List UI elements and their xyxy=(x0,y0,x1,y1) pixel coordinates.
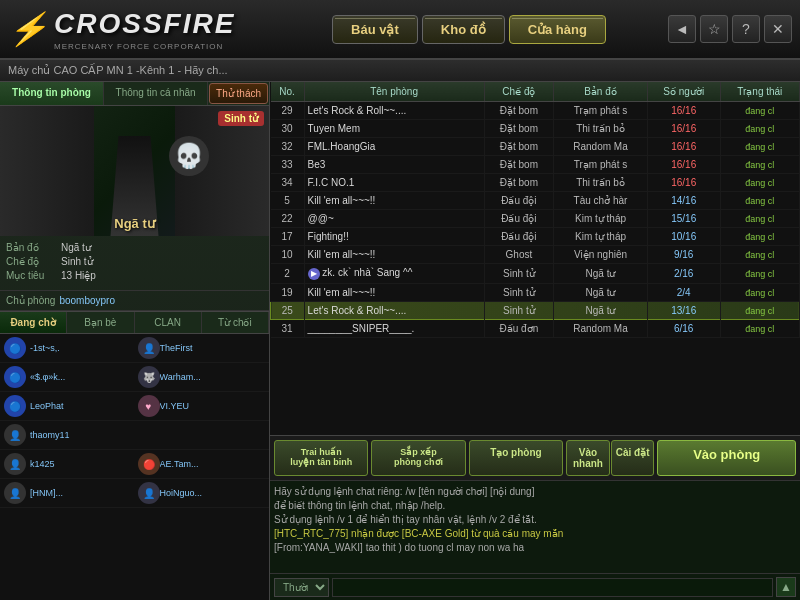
action-buttons: Trai huấn luyện tân binh Sắp xếp phòng c… xyxy=(270,435,800,480)
tab-kho-do[interactable]: Kho đồ xyxy=(422,15,505,44)
info-label-map: Bản đồ xyxy=(6,242,61,253)
quick-join-button[interactable]: Vào nhanh xyxy=(566,440,610,476)
join-room-button[interactable]: Vào phòng xyxy=(657,440,796,476)
table-row[interactable]: 34 F.I.C NO.1 Đặt bom Thi trấn bỏ 16/16 … xyxy=(271,174,800,192)
train-button[interactable]: Trai huấn luyện tân binh xyxy=(274,440,368,476)
tab-declined[interactable]: Từ chối xyxy=(202,312,269,333)
table-row[interactable]: 5 Kill 'em all~~~!! Đấu đội Tàu chở hàr … xyxy=(271,192,800,210)
cell-no: 2 xyxy=(271,264,305,284)
cell-status: đang cl xyxy=(720,138,799,156)
tab-friends[interactable]: Bạn bè xyxy=(67,312,134,333)
cell-players: 10/16 xyxy=(647,228,720,246)
tab-challenge[interactable]: Thử thách xyxy=(209,83,268,104)
friend-icon: 🐺 xyxy=(138,366,160,388)
table-row[interactable]: 22 @@~ Đấu đội Kim tự tháp 15/16 đang cl xyxy=(271,210,800,228)
friend-info: k1425 xyxy=(30,459,136,469)
cell-players: 16/16 xyxy=(647,102,720,120)
friend-info-2: AE.Tam... xyxy=(160,459,266,469)
list-item[interactable]: 👤 [HNM]... 👤 HoiNguo... xyxy=(0,479,269,508)
cell-status: đang cl xyxy=(720,174,799,192)
star-button[interactable]: ☆ xyxy=(700,15,728,43)
table-row[interactable]: 32 FML.HoangGia Đặt bom Random Ma 16/16 … xyxy=(271,138,800,156)
cell-name: Let's Rock & Roll~~.... xyxy=(304,302,484,320)
friend-info-2: Warham... xyxy=(160,372,266,382)
cell-name: Kill 'em all~~~!! xyxy=(304,192,484,210)
friend-name: LeoPhat xyxy=(30,401,136,411)
logo-title: CROSSFIRE xyxy=(54,8,235,40)
cell-no: 25 xyxy=(271,302,305,320)
cell-players: 2/4 xyxy=(647,284,720,302)
left-panel: Thông tin phòng Thông tin cá nhân Thử th… xyxy=(0,82,270,600)
cell-name: F.I.C NO.1 xyxy=(304,174,484,192)
back-button[interactable]: ◄ xyxy=(668,15,696,43)
friend-name: [HNM]... xyxy=(30,488,136,498)
list-item[interactable]: 👤 thaomy11 xyxy=(0,421,269,450)
table-row[interactable]: 29 Let's Rock & Roll~~.... Đặt bom Trạm … xyxy=(271,102,800,120)
tab-clan[interactable]: CLAN xyxy=(135,312,202,333)
cell-players: 16/16 xyxy=(647,174,720,192)
list-item[interactable]: 👤 k1425 🔴 AE.Tam... xyxy=(0,450,269,479)
table-row[interactable]: 10 Kill 'em all~~~!! Ghost Viện nghiên 9… xyxy=(271,246,800,264)
close-button[interactable]: ✕ xyxy=(764,15,792,43)
cell-mode: Sinh tử xyxy=(484,284,554,302)
table-row[interactable]: 33 Be3 Đặt bom Trạm phát s 16/16 đang cl xyxy=(271,156,800,174)
help-button[interactable]: ? xyxy=(732,15,760,43)
col-status: Trạng thái xyxy=(720,82,799,102)
friend-name-2: VI.YEU xyxy=(160,401,266,411)
table-row[interactable]: 2 ▶ zk. ck` nhà` Sang ^^ Sinh tử Ngã tư … xyxy=(271,264,800,284)
cell-status: đang cl xyxy=(720,246,799,264)
col-name: Tên phòng xyxy=(304,82,484,102)
table-row[interactable]: 30 Tuyen Mem Đặt bom Thi trấn bỏ 16/16 đ… xyxy=(271,120,800,138)
cell-map: Random Ma xyxy=(554,138,648,156)
table-row[interactable]: 19 Kill 'em all~~~!! Sinh tử Ngã tư 2/4 … xyxy=(271,284,800,302)
cell-status: đang cl xyxy=(720,302,799,320)
avatar: 🔵 xyxy=(4,366,26,388)
settings-button[interactable]: Cài đặt xyxy=(611,440,655,476)
cell-status: đang cl xyxy=(720,156,799,174)
main-content: Thông tin phòng Thông tin cá nhân Thử th… xyxy=(0,82,800,600)
logo: ⚡ CROSSFIRE MERCENARY FORCE CORPORATION xyxy=(0,0,270,59)
cell-name: Be3 xyxy=(304,156,484,174)
cell-mode: Đấu đội xyxy=(484,228,554,246)
list-item[interactable]: 🔵 «$.φ»k... 🐺 Warham... xyxy=(0,363,269,392)
table-row[interactable]: 17 Fighting!! Đấu đội Kim tự tháp 10/16 … xyxy=(271,228,800,246)
cell-mode: Đấu đội xyxy=(484,192,554,210)
cell-players: 14/16 xyxy=(647,192,720,210)
friend-info: [HNM]... xyxy=(30,488,136,498)
create-room-button[interactable]: Tạo phòng xyxy=(469,440,563,476)
chat-type-select[interactable]: Thường xyxy=(274,578,329,597)
friend-icon: ♥ xyxy=(138,395,160,417)
cell-no: 19 xyxy=(271,284,305,302)
chat-input[interactable] xyxy=(332,578,773,597)
cell-name: Tuyen Mem xyxy=(304,120,484,138)
preview-skull: 💀 xyxy=(169,136,209,176)
social-tabs: Đang chờ Bạn bè CLAN Từ chối xyxy=(0,311,269,334)
cell-players: 6/16 xyxy=(647,320,720,338)
tab-room-info[interactable]: Thông tin phòng xyxy=(0,82,104,105)
tab-personal-info[interactable]: Thông tin cá nhân xyxy=(104,82,208,105)
top-bar: ⚡ CROSSFIRE MERCENARY FORCE CORPORATION … xyxy=(0,0,800,60)
table-row[interactable]: 25 Let's Rock & Roll~~.... Sinh tử Ngã t… xyxy=(271,302,800,320)
host-name: boomboypro xyxy=(59,295,115,306)
cell-status: đang cl xyxy=(720,102,799,120)
cell-map: Thi trấn bỏ xyxy=(554,120,648,138)
cell-no: 30 xyxy=(271,120,305,138)
cell-map: Kim tự tháp xyxy=(554,228,648,246)
chat-scroll-up[interactable]: ▲ xyxy=(776,577,796,597)
arrange-button[interactable]: Sắp xếp phòng chơi xyxy=(371,440,465,476)
list-item[interactable]: 🔵 -1st~s,. 👤 TheFirst xyxy=(0,334,269,363)
tab-waiting[interactable]: Đang chờ xyxy=(0,312,67,333)
tab-cua-hang[interactable]: Cửa hàng xyxy=(509,15,606,44)
info-value-mode: Sinh tử xyxy=(61,256,93,267)
avatar: 🔵 xyxy=(4,337,26,359)
cell-no: 22 xyxy=(271,210,305,228)
cell-map: Trạm phát s xyxy=(554,102,648,120)
cell-mode: Đặt bom xyxy=(484,174,554,192)
friend-info: «$.φ»k... xyxy=(30,372,136,382)
cell-mode: Sinh tử xyxy=(484,302,554,320)
table-row[interactable]: 31 ________SNIPER____. Đấu đơn Random Ma… xyxy=(271,320,800,338)
list-item[interactable]: 🔵 LeoPhat ♥ VI.YEU xyxy=(0,392,269,421)
chat-messages: Hãy sử dụng lệnh chat riêng: /w [tên ngư… xyxy=(270,481,800,573)
friend-info: LeoPhat xyxy=(30,401,136,411)
tab-bau-vat[interactable]: Báu vật xyxy=(332,15,418,44)
